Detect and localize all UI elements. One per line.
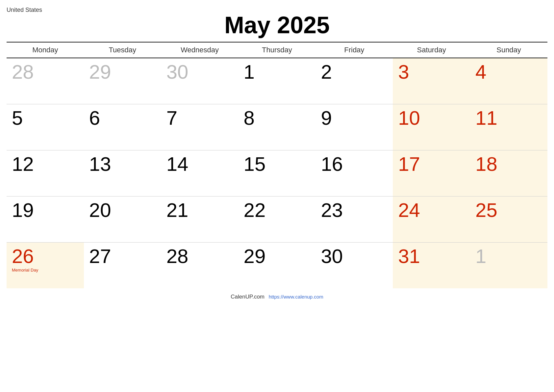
day-number: 12 xyxy=(12,153,34,175)
calendar-cell: 28 xyxy=(161,242,239,288)
weekday-header-saturday: Saturday xyxy=(393,42,470,58)
calendar-cell: 31 xyxy=(393,242,470,288)
day-number: 19 xyxy=(12,199,34,221)
day-number: 1 xyxy=(475,245,486,267)
day-number: 17 xyxy=(398,153,420,175)
holiday-label: Memorial Day xyxy=(12,268,79,273)
day-number: 8 xyxy=(244,107,255,129)
day-number: 6 xyxy=(89,107,100,129)
calendar-cell: 24 xyxy=(393,196,470,242)
day-number: 27 xyxy=(89,245,111,267)
week-row-4: 26Memorial Day27282930311 xyxy=(7,242,547,288)
calendar-cell: 5 xyxy=(7,104,84,150)
calendar-cell: 3 xyxy=(393,58,470,104)
calendar-cell: 9 xyxy=(315,104,393,150)
calendar-cell: 27 xyxy=(84,242,161,288)
day-number: 29 xyxy=(244,245,266,267)
week-row-2: 12131415161718 xyxy=(7,150,547,196)
weekday-header-sunday: Sunday xyxy=(470,42,547,58)
footer-site-name: CalenUP.com xyxy=(231,294,264,300)
weekday-header-wednesday: Wednesday xyxy=(161,42,239,58)
calendar-cell: 19 xyxy=(7,196,84,242)
day-number: 13 xyxy=(89,153,111,175)
day-number: 28 xyxy=(166,245,189,267)
calendar-cell: 30 xyxy=(161,58,239,104)
calendar-cell: 10 xyxy=(393,104,470,150)
day-number: 28 xyxy=(12,61,34,83)
day-number: 21 xyxy=(166,199,189,221)
calendar-cell: 16 xyxy=(315,150,393,196)
day-number: 7 xyxy=(166,107,177,129)
calendar-grid: MondayTuesdayWednesdayThursdayFridaySatu… xyxy=(7,42,547,288)
weekday-header-monday: Monday xyxy=(7,42,84,58)
weekday-header-tuesday: Tuesday xyxy=(84,42,161,58)
calendar-cell: 30 xyxy=(315,242,393,288)
calendar-cell: 23 xyxy=(315,196,393,242)
month-title: May 2025 xyxy=(7,12,547,39)
calendar-cell: 4 xyxy=(470,58,547,104)
week-row-0: 2829301234 xyxy=(7,58,547,104)
week-row-3: 19202122232425 xyxy=(7,196,547,242)
calendar-cell: 22 xyxy=(239,196,316,242)
day-number: 30 xyxy=(166,61,189,83)
calendar-cell: 26Memorial Day xyxy=(7,242,84,288)
calendar-cell: 2 xyxy=(315,58,393,104)
day-number: 16 xyxy=(321,153,343,175)
calendar-cell: 6 xyxy=(84,104,161,150)
day-number: 2 xyxy=(321,61,332,83)
calendar-cell: 15 xyxy=(239,150,316,196)
calendar-cell: 11 xyxy=(470,104,547,150)
calendar-cell: 29 xyxy=(84,58,161,104)
weekday-header-row: MondayTuesdayWednesdayThursdayFridaySatu… xyxy=(7,42,547,58)
calendar-cell: 12 xyxy=(7,150,84,196)
calendar-cell: 7 xyxy=(161,104,239,150)
calendar-container: United States May 2025 MondayTuesdayWedn… xyxy=(0,0,554,392)
day-number: 1 xyxy=(244,61,255,83)
day-number: 9 xyxy=(321,107,332,129)
day-number: 30 xyxy=(321,245,343,267)
day-number: 18 xyxy=(475,153,497,175)
footer: CalenUP.com https://www.calenup.com xyxy=(7,294,547,300)
day-number: 3 xyxy=(398,61,409,83)
calendar-cell: 14 xyxy=(161,150,239,196)
calendar-cell: 1 xyxy=(239,58,316,104)
calendar-cell: 21 xyxy=(161,196,239,242)
day-number: 14 xyxy=(166,153,189,175)
calendar-cell: 29 xyxy=(239,242,316,288)
day-number: 22 xyxy=(244,199,266,221)
calendar-cell: 1 xyxy=(470,242,547,288)
week-row-1: 567891011 xyxy=(7,104,547,150)
calendar-cell: 28 xyxy=(7,58,84,104)
day-number: 31 xyxy=(398,245,420,267)
day-number: 23 xyxy=(321,199,343,221)
day-number: 11 xyxy=(475,107,497,129)
calendar-cell: 18 xyxy=(470,150,547,196)
day-number: 26 xyxy=(12,245,34,267)
weekday-header-thursday: Thursday xyxy=(239,42,316,58)
calendar-cell: 13 xyxy=(84,150,161,196)
day-number: 24 xyxy=(398,199,420,221)
calendar-cell: 20 xyxy=(84,196,161,242)
footer-site-url[interactable]: https://www.calenup.com xyxy=(269,294,323,300)
calendar-cell: 25 xyxy=(470,196,547,242)
day-number: 4 xyxy=(475,61,486,83)
day-number: 29 xyxy=(89,61,111,83)
day-number: 25 xyxy=(475,199,497,221)
day-number: 5 xyxy=(12,107,23,129)
day-number: 10 xyxy=(398,107,420,129)
day-number: 15 xyxy=(244,153,266,175)
day-number: 20 xyxy=(89,199,111,221)
weekday-header-friday: Friday xyxy=(315,42,393,58)
calendar-cell: 8 xyxy=(239,104,316,150)
calendar-cell: 17 xyxy=(393,150,470,196)
